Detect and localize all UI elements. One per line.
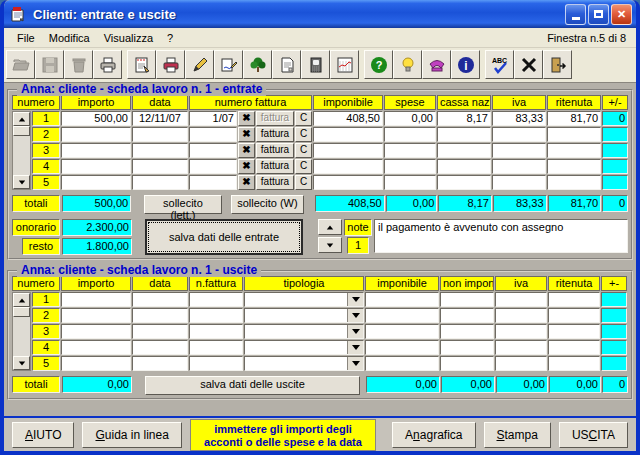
- entrate-importo-field[interactable]: [61, 127, 131, 142]
- entrate-importo-field[interactable]: [61, 175, 131, 190]
- entrate-iva-field[interactable]: [492, 127, 546, 142]
- entrate-spese-field[interactable]: [384, 143, 436, 158]
- chevron-down-icon[interactable]: [347, 325, 363, 338]
- uscite-scrollbar[interactable]: [12, 292, 31, 371]
- entrate-imponibile-field[interactable]: 408,50: [313, 111, 383, 126]
- entrate-nfattura-field[interactable]: [189, 175, 237, 190]
- entrate-spese-field[interactable]: 0,00: [384, 111, 436, 126]
- entrate-spese-field[interactable]: [384, 159, 436, 174]
- delete-x-button[interactable]: [514, 50, 543, 79]
- entrate-ritenuta-field[interactable]: [547, 159, 601, 174]
- entrate-spese-field[interactable]: [384, 127, 436, 142]
- uscite-ritenuta-field[interactable]: [548, 356, 600, 371]
- delete-row-button[interactable]: ✖: [238, 127, 255, 142]
- entrate-importo-field[interactable]: [61, 143, 131, 158]
- entrate-iva-field[interactable]: [492, 175, 546, 190]
- print-color-button[interactable]: [156, 50, 185, 79]
- chevron-down-icon[interactable]: [347, 357, 363, 370]
- entrate-cassa-field[interactable]: 8,17: [437, 111, 491, 126]
- delete-row-button[interactable]: ✖: [238, 111, 255, 126]
- entrate-cassa-field[interactable]: [437, 159, 491, 174]
- uscite-iva-field[interactable]: [495, 292, 547, 307]
- uscite-data-field[interactable]: [132, 340, 188, 355]
- entrate-ritenuta-field[interactable]: [547, 127, 601, 142]
- entrate-cassa-field[interactable]: [437, 175, 491, 190]
- scroll-down-icon[interactable]: [13, 356, 30, 370]
- phone-button[interactable]: [422, 50, 451, 79]
- uscite-iva-field[interactable]: [495, 324, 547, 339]
- note-up-button[interactable]: [318, 219, 342, 235]
- sollecito-lett-button[interactable]: sollecito (lett.): [144, 195, 221, 214]
- delete-row-button[interactable]: ✖: [238, 159, 255, 174]
- uscite-importo-field[interactable]: [61, 308, 131, 323]
- anagrafica-button[interactable]: Anagrafica: [392, 422, 475, 448]
- c-button[interactable]: C: [295, 127, 312, 142]
- uscite-importo-field[interactable]: [61, 340, 131, 355]
- fattura-button[interactable]: fattura: [256, 159, 294, 174]
- uscite-ritenuta-field[interactable]: [548, 324, 600, 339]
- uscite-tipologia-select[interactable]: [244, 308, 364, 323]
- entrate-cassa-field[interactable]: [437, 143, 491, 158]
- uscita-button[interactable]: USCITA: [559, 422, 628, 448]
- salva-entrate-button[interactable]: salva dati delle entrate: [145, 219, 303, 255]
- uscite-nfattura-field[interactable]: [189, 292, 243, 307]
- uscite-imponibile-field[interactable]: [365, 340, 439, 355]
- hint-button[interactable]: [393, 50, 422, 79]
- scroll-up-icon[interactable]: [13, 112, 30, 126]
- entrate-importo-field[interactable]: [61, 159, 131, 174]
- entrate-iva-field[interactable]: [492, 143, 546, 158]
- sollecito-w-button[interactable]: sollecito (W): [231, 195, 305, 214]
- uscite-nonimpon-field[interactable]: [440, 340, 494, 355]
- note-down-button[interactable]: [318, 237, 342, 253]
- tree-button[interactable]: [243, 50, 272, 79]
- scroll-thumb[interactable]: [13, 126, 30, 136]
- uscite-iva-field[interactable]: [495, 308, 547, 323]
- minimize-button[interactable]: [565, 4, 586, 25]
- uscite-data-field[interactable]: [132, 356, 188, 371]
- spellcheck-button[interactable]: ABC: [485, 50, 514, 79]
- uscite-ritenuta-field[interactable]: [548, 308, 600, 323]
- memo-button[interactable]: [127, 50, 156, 79]
- entrate-nfattura-field[interactable]: 1/07: [189, 111, 237, 126]
- note-textarea[interactable]: il pagamento è avvenuto con assegno: [374, 219, 628, 253]
- fattura-button[interactable]: fattura: [256, 175, 294, 190]
- photo-button[interactable]: [301, 50, 330, 79]
- entrate-iva-field[interactable]: [492, 159, 546, 174]
- uscite-iva-field[interactable]: [495, 356, 547, 371]
- guida-button[interactable]: Guida in linea: [82, 422, 181, 448]
- entrate-ritenuta-field[interactable]: [547, 143, 601, 158]
- entrate-imponibile-field[interactable]: [313, 175, 383, 190]
- entrate-nfattura-field[interactable]: [189, 127, 237, 142]
- c-button[interactable]: C: [295, 159, 312, 174]
- info-button[interactable]: i: [451, 50, 480, 79]
- scroll-up-icon[interactable]: [13, 293, 30, 307]
- aiuto-button[interactable]: AIUTO: [12, 422, 74, 448]
- uscite-nonimpon-field[interactable]: [440, 308, 494, 323]
- document-button[interactable]: [272, 50, 301, 79]
- uscite-nfattura-field[interactable]: [189, 308, 243, 323]
- entrate-spese-field[interactable]: [384, 175, 436, 190]
- uscite-data-field[interactable]: [132, 324, 188, 339]
- print-button[interactable]: [93, 50, 122, 79]
- exit-button[interactable]: [543, 50, 572, 79]
- uscite-imponibile-field[interactable]: [365, 356, 439, 371]
- delete-row-button[interactable]: ✖: [238, 175, 255, 190]
- menu-file[interactable]: File: [10, 30, 42, 46]
- delete-row-button[interactable]: ✖: [238, 143, 255, 158]
- menu-modifica[interactable]: Modifica: [42, 30, 97, 46]
- uscite-nfattura-field[interactable]: [189, 340, 243, 355]
- c-button[interactable]: C: [295, 175, 312, 190]
- entrate-data-field[interactable]: [132, 175, 188, 190]
- fattura-button[interactable]: fattura: [256, 127, 294, 142]
- uscite-nfattura-field[interactable]: [189, 324, 243, 339]
- uscite-imponibile-field[interactable]: [365, 324, 439, 339]
- uscite-iva-field[interactable]: [495, 340, 547, 355]
- entrate-ritenuta-field[interactable]: 81,70: [547, 111, 601, 126]
- c-button[interactable]: C: [295, 143, 312, 158]
- entrate-cassa-field[interactable]: [437, 127, 491, 142]
- scroll-down-icon[interactable]: [13, 175, 30, 189]
- entrate-imponibile-field[interactable]: [313, 143, 383, 158]
- uscite-importo-field[interactable]: [61, 292, 131, 307]
- uscite-data-field[interactable]: [132, 308, 188, 323]
- menu-visualizza[interactable]: Visualizza: [97, 30, 160, 46]
